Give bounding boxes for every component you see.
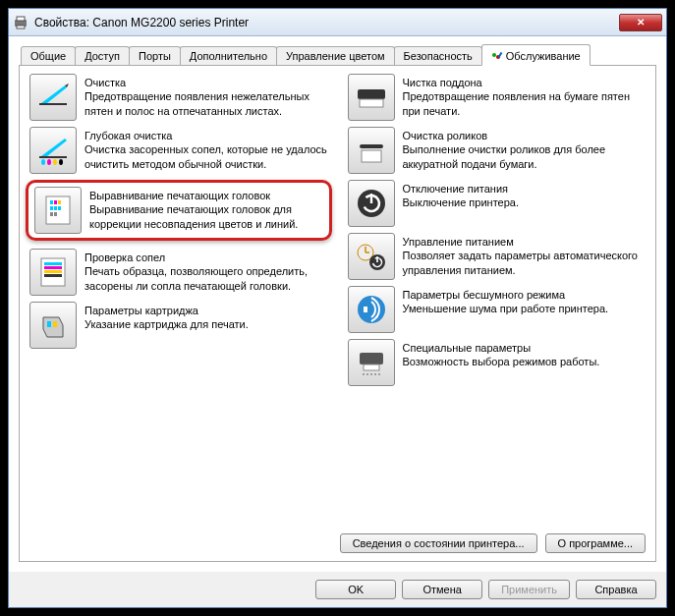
tab-advanced[interactable]: Дополнительно <box>180 46 277 65</box>
left-column: Очистка Предотвращение появления нежелат… <box>29 74 328 526</box>
svg-marker-10 <box>41 139 67 156</box>
svg-point-12 <box>47 159 51 165</box>
quiet-mode-button[interactable] <box>348 286 395 333</box>
svg-rect-6 <box>39 103 67 105</box>
item-text: Очистка Предотвращение появления нежелат… <box>84 74 328 118</box>
tab-color[interactable]: Управление цветом <box>276 46 395 65</box>
svg-point-45 <box>358 296 385 323</box>
item-desc: Возможность выбора режимов работы. <box>403 355 647 368</box>
svg-rect-35 <box>362 150 381 162</box>
item-desc: Выполнение очистки роликов для более акк… <box>403 142 647 171</box>
tab-ports[interactable]: Порты <box>129 46 181 65</box>
columns: Очистка Предотвращение появления нежелат… <box>29 74 646 526</box>
tab-strip: Общие Доступ Порты Дополнительно Управле… <box>19 44 656 66</box>
item-desc: Позволяет задать параметры автоматическо… <box>403 249 647 277</box>
svg-marker-7 <box>41 85 67 103</box>
item-title: Очистка роликов <box>403 129 647 142</box>
roller-cleaning-button[interactable] <box>348 127 395 174</box>
item-desc: Выравнивание печатающих головок для корр… <box>89 202 323 231</box>
window-title: Свойства: Canon MG2200 series Printer <box>34 16 619 29</box>
wiper-drops-icon <box>35 133 71 168</box>
item-roller-cleaning: Очистка роликов Выполнение очистки ролик… <box>348 127 647 174</box>
svg-rect-48 <box>364 364 379 370</box>
item-power-management: Управление питанием Позволяет задать пар… <box>348 233 647 280</box>
help-button[interactable]: Справка <box>576 580 656 599</box>
svg-point-50 <box>366 373 368 375</box>
svg-rect-46 <box>364 307 367 312</box>
svg-point-3 <box>492 53 496 57</box>
svg-rect-21 <box>58 206 61 210</box>
tab-sharing[interactable]: Доступ <box>75 46 130 65</box>
item-title: Очистка <box>84 76 328 89</box>
power-management-button[interactable] <box>348 233 395 280</box>
item-text: Чистка поддона Предотвращение появления … <box>403 74 647 118</box>
item-desc: Указание картриджа для печати. <box>84 317 328 331</box>
item-title: Параметры бесшумного режима <box>403 288 647 302</box>
svg-rect-31 <box>53 321 57 327</box>
svg-rect-33 <box>360 99 383 107</box>
item-desc: Выключение принтера. <box>403 196 647 209</box>
cartridge-icon <box>35 308 71 343</box>
tab-maintenance[interactable]: Обслуживание <box>481 44 591 66</box>
item-plate-cleaning: Чистка поддона Предотвращение появления … <box>348 74 647 121</box>
item-special-params: Специальные параметры Возможность выбора… <box>348 339 647 386</box>
about-button[interactable]: О программе... <box>545 533 646 553</box>
tab-security[interactable]: Безопасность <box>394 46 482 65</box>
power-off-button[interactable] <box>348 180 395 227</box>
cleaning-button[interactable] <box>29 74 77 121</box>
printer-status-button[interactable]: Сведения о состоянии принтера... <box>340 533 537 553</box>
plate-icon <box>354 80 389 115</box>
item-text: Параметры картриджа Указание картриджа д… <box>84 302 328 332</box>
svg-rect-1 <box>17 17 25 21</box>
item-text: Очистка роликов Выполнение очистки ролик… <box>403 127 647 171</box>
item-text: Отключение питания Выключение принтера. <box>403 180 647 210</box>
svg-rect-47 <box>360 353 383 364</box>
svg-point-11 <box>41 159 45 165</box>
svg-rect-38 <box>369 194 371 203</box>
item-text: Параметры бесшумного режима Уменьшение ш… <box>403 286 647 316</box>
svg-rect-44 <box>376 256 378 262</box>
item-title: Выравнивание печатающих головок <box>89 189 323 202</box>
cartridge-button[interactable] <box>29 302 77 349</box>
ok-button[interactable]: OK <box>315 580 396 599</box>
special-params-button[interactable] <box>348 339 395 386</box>
deep-cleaning-button[interactable] <box>29 127 77 174</box>
plate-cleaning-button[interactable] <box>348 74 395 121</box>
cancel-button[interactable]: Отмена <box>402 580 482 599</box>
svg-rect-22 <box>50 212 53 216</box>
printer-settings-icon <box>354 345 389 380</box>
svg-rect-23 <box>54 212 57 216</box>
svg-rect-17 <box>54 200 57 204</box>
item-text: Глубокая очистка Очистка засоренных сопе… <box>84 127 328 171</box>
item-title: Отключение питания <box>403 182 647 196</box>
quiet-icon <box>354 292 389 327</box>
alignment-page-icon <box>40 193 76 228</box>
timer-power-icon <box>354 239 389 274</box>
printer-icon <box>13 15 28 30</box>
svg-point-52 <box>374 373 376 375</box>
svg-rect-18 <box>58 200 61 204</box>
tab-general[interactable]: Общие <box>21 46 76 65</box>
svg-rect-30 <box>47 321 51 327</box>
alignment-button[interactable] <box>34 187 82 234</box>
close-icon: ✕ <box>637 17 645 28</box>
item-power-off: Отключение питания Выключение принтера. <box>348 180 647 227</box>
item-desc: Очистка засоренных сопел, которые не уда… <box>84 142 328 171</box>
roller-icon <box>354 133 389 168</box>
svg-point-51 <box>370 373 372 375</box>
svg-rect-34 <box>360 144 383 148</box>
item-title: Управление питанием <box>403 235 647 249</box>
svg-rect-32 <box>358 89 385 99</box>
svg-rect-19 <box>50 206 53 210</box>
svg-rect-28 <box>44 274 62 277</box>
nozzle-check-button[interactable] <box>29 249 77 296</box>
item-desc: Предотвращение появления нежелательных п… <box>84 89 328 118</box>
svg-rect-20 <box>54 206 57 210</box>
properties-window: Свойства: Canon MG2200 series Printer ✕ … <box>8 8 667 608</box>
svg-rect-2 <box>17 26 25 28</box>
close-button[interactable]: ✕ <box>619 14 662 31</box>
item-desc: Уменьшение шума при работе принтера. <box>403 302 647 315</box>
apply-button[interactable]: Применить <box>488 580 570 599</box>
tools-icon <box>491 52 503 62</box>
tab-maintenance-label: Обслуживание <box>506 50 581 62</box>
